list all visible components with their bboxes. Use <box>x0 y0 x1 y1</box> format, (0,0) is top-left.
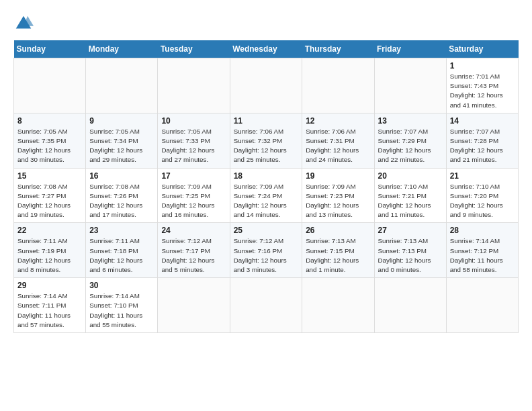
calendar-cell: 15Sunrise: 7:08 AM Sunset: 7:27 PM Dayli… <box>14 168 86 223</box>
day-number: 24 <box>161 226 226 235</box>
day-number: 11 <box>234 116 299 126</box>
calendar-week-4: 29Sunrise: 7:14 AM Sunset: 7:11 PM Dayli… <box>14 278 519 333</box>
calendar-cell <box>14 58 86 113</box>
day-number: 26 <box>306 226 370 235</box>
day-number: 14 <box>450 116 515 126</box>
calendar-cell: 14Sunrise: 7:07 AM Sunset: 7:28 PM Dayli… <box>446 113 518 168</box>
day-info: Sunrise: 7:06 AM Sunset: 7:32 PM Dayligh… <box>234 127 299 165</box>
calendar-header-row: SundayMondayTuesdayWednesdayThursdayFrid… <box>14 40 519 58</box>
calendar-table: SundayMondayTuesdayWednesdayThursdayFrid… <box>13 40 519 333</box>
calendar-cell: 18Sunrise: 7:09 AM Sunset: 7:24 PM Dayli… <box>230 168 302 223</box>
day-number: 8 <box>17 116 82 126</box>
logo <box>13 13 36 34</box>
calendar-cell: 20Sunrise: 7:10 AM Sunset: 7:21 PM Dayli… <box>374 168 446 223</box>
calendar-cell: 28Sunrise: 7:14 AM Sunset: 7:12 PM Dayli… <box>446 223 518 278</box>
calendar-cell: 19Sunrise: 7:09 AM Sunset: 7:23 PM Dayli… <box>302 168 374 223</box>
day-info: Sunrise: 7:11 AM Sunset: 7:19 PM Dayligh… <box>17 236 82 275</box>
day-number: 22 <box>17 226 82 235</box>
day-info: Sunrise: 7:08 AM Sunset: 7:26 PM Dayligh… <box>89 182 154 220</box>
calendar-cell: 17Sunrise: 7:09 AM Sunset: 7:25 PM Dayli… <box>158 168 230 223</box>
calendar-cell: 8Sunrise: 7:05 AM Sunset: 7:35 PM Daylig… <box>14 113 86 168</box>
day-number: 18 <box>234 171 299 181</box>
column-header-saturday: Saturday <box>446 40 518 58</box>
day-number: 15 <box>17 171 82 181</box>
calendar-cell: 21Sunrise: 7:10 AM Sunset: 7:20 PM Dayli… <box>446 168 518 223</box>
column-header-thursday: Thursday <box>302 40 374 58</box>
day-number: 27 <box>378 226 443 235</box>
calendar-cell: 12Sunrise: 7:06 AM Sunset: 7:31 PM Dayli… <box>302 113 374 168</box>
calendar-cell <box>158 278 230 333</box>
calendar-cell <box>230 58 302 113</box>
day-info: Sunrise: 7:11 AM Sunset: 7:18 PM Dayligh… <box>89 236 154 275</box>
calendar-cell: 25Sunrise: 7:12 AM Sunset: 7:16 PM Dayli… <box>230 223 302 278</box>
logo-icon <box>13 13 34 34</box>
day-info: Sunrise: 7:01 AM Sunset: 7:43 PM Dayligh… <box>450 72 515 110</box>
column-header-monday: Monday <box>86 40 158 58</box>
day-info: Sunrise: 7:09 AM Sunset: 7:24 PM Dayligh… <box>234 182 299 220</box>
calendar-cell: 30Sunrise: 7:14 AM Sunset: 7:10 PM Dayli… <box>86 278 158 333</box>
calendar-cell <box>374 58 446 113</box>
calendar-cell: 9Sunrise: 7:05 AM Sunset: 7:34 PM Daylig… <box>86 113 158 168</box>
calendar-cell <box>158 58 230 113</box>
day-number: 17 <box>161 171 226 181</box>
calendar-cell <box>86 58 158 113</box>
column-header-tuesday: Tuesday <box>158 40 230 58</box>
calendar-cell: 26Sunrise: 7:13 AM Sunset: 7:15 PM Dayli… <box>302 223 374 278</box>
calendar-week-3: 22Sunrise: 7:11 AM Sunset: 7:19 PM Dayli… <box>14 223 519 278</box>
calendar-cell: 16Sunrise: 7:08 AM Sunset: 7:26 PM Dayli… <box>86 168 158 223</box>
day-info: Sunrise: 7:14 AM Sunset: 7:10 PM Dayligh… <box>89 291 154 330</box>
calendar-week-1: 8Sunrise: 7:05 AM Sunset: 7:35 PM Daylig… <box>14 113 519 168</box>
day-info: Sunrise: 7:07 AM Sunset: 7:29 PM Dayligh… <box>378 127 443 165</box>
calendar-week-2: 15Sunrise: 7:08 AM Sunset: 7:27 PM Dayli… <box>14 168 519 223</box>
day-info: Sunrise: 7:05 AM Sunset: 7:34 PM Dayligh… <box>89 127 154 165</box>
day-number: 12 <box>306 116 370 126</box>
day-info: Sunrise: 7:09 AM Sunset: 7:23 PM Dayligh… <box>306 182 370 220</box>
day-info: Sunrise: 7:14 AM Sunset: 7:11 PM Dayligh… <box>17 291 82 330</box>
day-info: Sunrise: 7:09 AM Sunset: 7:25 PM Dayligh… <box>161 182 226 220</box>
day-info: Sunrise: 7:13 AM Sunset: 7:15 PM Dayligh… <box>306 236 370 275</box>
day-info: Sunrise: 7:12 AM Sunset: 7:17 PM Dayligh… <box>161 236 226 275</box>
calendar-cell <box>302 278 374 333</box>
calendar-cell: 24Sunrise: 7:12 AM Sunset: 7:17 PM Dayli… <box>158 223 230 278</box>
day-number: 13 <box>378 116 443 126</box>
calendar-cell <box>230 278 302 333</box>
day-number: 20 <box>378 171 443 181</box>
day-number: 10 <box>161 116 226 126</box>
day-info: Sunrise: 7:14 AM Sunset: 7:12 PM Dayligh… <box>450 236 515 275</box>
calendar-cell: 29Sunrise: 7:14 AM Sunset: 7:11 PM Dayli… <box>14 278 86 333</box>
day-info: Sunrise: 7:13 AM Sunset: 7:13 PM Dayligh… <box>378 236 443 275</box>
calendar-cell <box>302 58 374 113</box>
day-number: 23 <box>89 226 154 235</box>
calendar-cell: 11Sunrise: 7:06 AM Sunset: 7:32 PM Dayli… <box>230 113 302 168</box>
calendar-cell: 23Sunrise: 7:11 AM Sunset: 7:18 PM Dayli… <box>86 223 158 278</box>
day-number: 21 <box>450 171 515 181</box>
day-number: 30 <box>89 281 154 290</box>
day-info: Sunrise: 7:10 AM Sunset: 7:21 PM Dayligh… <box>378 182 443 220</box>
day-number: 9 <box>89 116 154 126</box>
day-info: Sunrise: 7:10 AM Sunset: 7:20 PM Dayligh… <box>450 182 515 220</box>
calendar-cell: 27Sunrise: 7:13 AM Sunset: 7:13 PM Dayli… <box>374 223 446 278</box>
day-info: Sunrise: 7:05 AM Sunset: 7:35 PM Dayligh… <box>17 127 82 165</box>
calendar-cell <box>446 278 518 333</box>
day-info: Sunrise: 7:07 AM Sunset: 7:28 PM Dayligh… <box>450 127 515 165</box>
calendar-cell <box>374 278 446 333</box>
day-number: 16 <box>89 171 154 181</box>
day-info: Sunrise: 7:12 AM Sunset: 7:16 PM Dayligh… <box>234 236 299 275</box>
day-number: 29 <box>17 281 82 290</box>
calendar-cell: 13Sunrise: 7:07 AM Sunset: 7:29 PM Dayli… <box>374 113 446 168</box>
column-header-wednesday: Wednesday <box>230 40 302 58</box>
day-info: Sunrise: 7:06 AM Sunset: 7:31 PM Dayligh… <box>306 127 370 165</box>
calendar-cell: 10Sunrise: 7:05 AM Sunset: 7:33 PM Dayli… <box>158 113 230 168</box>
calendar-cell: 22Sunrise: 7:11 AM Sunset: 7:19 PM Dayli… <box>14 223 86 278</box>
page-header <box>13 13 519 34</box>
day-info: Sunrise: 7:08 AM Sunset: 7:27 PM Dayligh… <box>17 182 82 220</box>
calendar-cell: 1Sunrise: 7:01 AM Sunset: 7:43 PM Daylig… <box>446 58 518 113</box>
day-number: 25 <box>234 226 299 235</box>
day-number: 28 <box>450 226 515 235</box>
day-info: Sunrise: 7:05 AM Sunset: 7:33 PM Dayligh… <box>161 127 226 165</box>
calendar-week-0: 1Sunrise: 7:01 AM Sunset: 7:43 PM Daylig… <box>14 58 519 113</box>
day-number: 19 <box>306 171 370 181</box>
day-number: 1 <box>450 61 515 71</box>
column-header-sunday: Sunday <box>14 40 86 58</box>
column-header-friday: Friday <box>374 40 446 58</box>
